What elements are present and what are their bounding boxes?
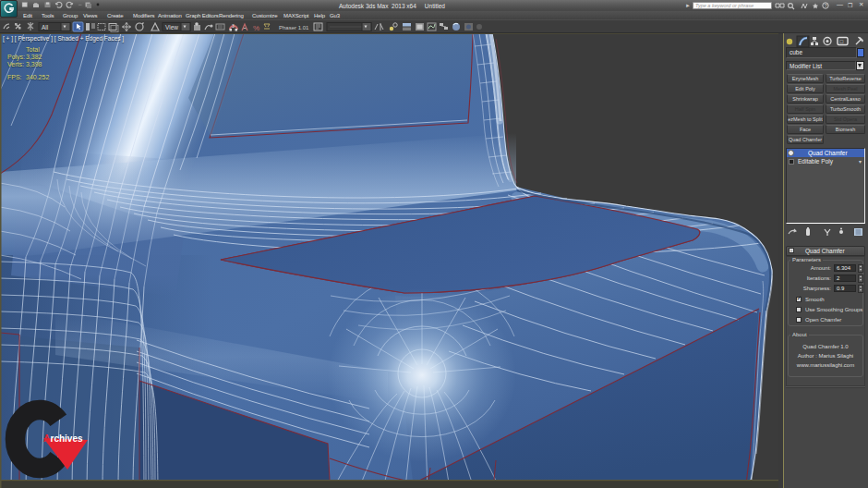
svg-text:Phaser 1.01: Phaser 1.01 [279,25,309,30]
svg-text:rchives: rchives [51,433,83,444]
svg-text:A: A [43,433,50,444]
svg-text:All: All [42,24,49,30]
svg-text:□: □ [840,39,844,44]
svg-text:View: View [165,24,178,30]
svg-text:%: % [253,24,259,32]
svg-text:3: 3 [232,23,235,29]
